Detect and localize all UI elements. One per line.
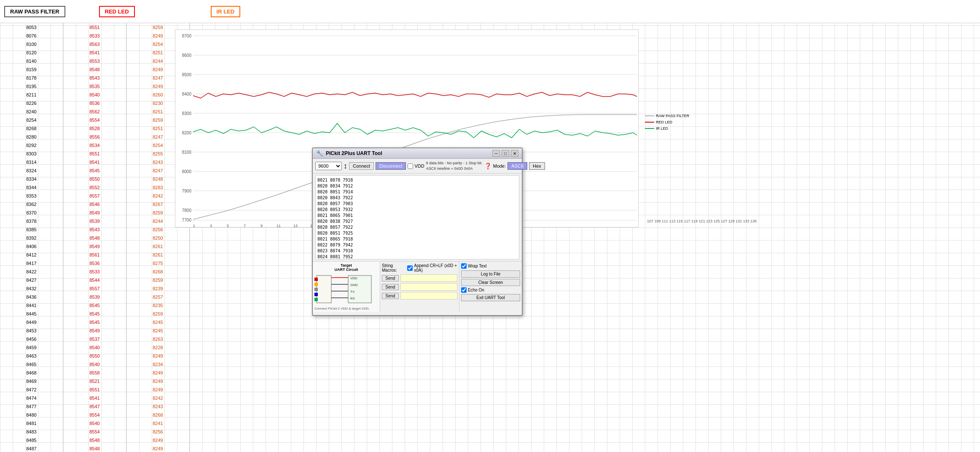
echo-on-label[interactable]: Echo On (461, 287, 520, 293)
dialog-window-controls[interactable]: ─ □ ✕ (492, 150, 518, 157)
raw-data-column: 8053807681008120814081598178819582118226… (0, 23, 63, 452)
svg-text:3: 3 (210, 224, 212, 228)
send-btn-3[interactable]: Send (382, 293, 399, 299)
svg-text:8700: 8700 (182, 34, 192, 38)
send-btn-1[interactable]: Send (382, 275, 399, 281)
raw-data-value: 8140 (0, 57, 63, 65)
ir-led-header: IR LED (211, 6, 241, 17)
refresh-icon[interactable]: ↕ (344, 162, 347, 171)
ir-data-value: 8259 (126, 310, 189, 318)
clear-screen-button[interactable]: Clear Screen (461, 279, 520, 286)
macro-input-2[interactable] (400, 283, 457, 291)
maximize-button[interactable]: □ (502, 150, 509, 157)
dialog-title: 🔧 PICkit 2Plus UART Tool (316, 150, 382, 157)
red-data-value: 8521 (63, 377, 126, 385)
svg-text:7: 7 (244, 224, 246, 228)
wrap-text-label[interactable]: Wrap Text (461, 263, 520, 269)
raw-data-value: 8378 (0, 217, 63, 225)
ir-data-value: 8245 (126, 318, 189, 326)
baud-rate-select[interactable]: 9600 19200 38400 57600 115200 (315, 162, 342, 170)
vdd-checkbox-label[interactable]: VDD (408, 163, 424, 169)
ir-legend-label: IR LED (656, 126, 668, 131)
raw-data-value: 8370 (0, 209, 63, 217)
send-btn-2[interactable]: Send (382, 284, 399, 290)
ir-data-value: 8257 (126, 293, 189, 301)
log-to-file-button[interactable]: Log to File (461, 270, 520, 278)
raw-data-value: 8280 (0, 133, 63, 141)
output-row: 8020 8057 7903 (317, 201, 517, 207)
red-legend-item: RED LED (645, 120, 689, 124)
raw-data-value: 8211 (0, 91, 63, 99)
red-data-value: 8533 (63, 267, 126, 276)
red-data-value: 8552 (63, 183, 126, 192)
circuit-note: Connect PICkit 2 VDD & target VDD. (314, 307, 378, 310)
macro-input-1[interactable] (400, 274, 457, 282)
echo-on-checkbox[interactable] (461, 287, 467, 293)
red-data-value: 8528 (63, 124, 126, 133)
raw-data-value: 8449 (0, 318, 63, 326)
output-row: 8021 8078 7918 (317, 177, 517, 183)
raw-data-value: 8427 (0, 276, 63, 284)
red-data-value: 8551 (63, 150, 126, 158)
ascii-mode-button[interactable]: ASCII (507, 162, 527, 170)
svg-text:7700: 7700 (182, 218, 192, 222)
vdd-checkbox[interactable] (408, 163, 413, 169)
red-data-value: 8551 (63, 23, 126, 32)
disconnect-button[interactable]: Disconnect (376, 162, 406, 170)
red-data-value: 8556 (63, 133, 126, 141)
raw-data-value: 8385 (0, 225, 63, 234)
uart-output[interactable]: 8021 8078 79188020 8034 79128020 8051 79… (315, 175, 519, 259)
red-data-value: 8562 (63, 107, 126, 116)
red-data-value: 8551 (63, 385, 126, 394)
macro-input-3[interactable] (400, 292, 457, 300)
red-data-value: 8554 (63, 428, 126, 436)
raw-data-value: 8159 (0, 65, 63, 74)
red-data-value: 8534 (63, 141, 126, 150)
svg-text:8200: 8200 (182, 131, 192, 135)
vdd-label-text: VDD (414, 163, 424, 168)
ir-legend-item: IR LED (645, 126, 689, 131)
red-data-value: 8537 (63, 335, 126, 343)
hex-mode-button[interactable]: Hex (529, 162, 545, 170)
ir-data-value: 8241 (126, 419, 189, 428)
raw-data-value: 8474 (0, 394, 63, 402)
output-row: 8020 8051 7914 (317, 189, 517, 195)
red-data-value: 8544 (63, 276, 126, 284)
raw-data-value: 8226 (0, 99, 63, 107)
output-row: 8021 8065 7901 (317, 213, 517, 219)
red-data-value: 8541 (63, 394, 126, 402)
svg-text:11: 11 (277, 224, 281, 228)
wrap-text-checkbox[interactable] (461, 263, 467, 269)
append-crlf-text: Append CR+LF (x0D + x0A) (414, 263, 457, 273)
append-crlf-checkbox[interactable] (407, 265, 413, 271)
ir-data-value: 8249 (126, 436, 189, 444)
svg-text:8000: 8000 (182, 169, 192, 174)
raw-data-value: 8487 (0, 444, 63, 452)
red-data-value: 8549 (63, 209, 126, 217)
raw-filter-header: RAW PASS FILTER (4, 6, 65, 17)
raw-legend-item: RAW PASS FILTER (645, 114, 689, 118)
svg-text:8400: 8400 (182, 92, 192, 96)
red-data-value: 8540 (63, 360, 126, 369)
output-row: 8023 8074 7910 (317, 248, 517, 254)
red-data-value: 8540 (63, 343, 126, 352)
raw-data-value: 8436 (0, 293, 63, 301)
append-crlf-label[interactable]: Append CR+LF (x0D + x0A) (407, 263, 457, 273)
minimize-button[interactable]: ─ (492, 150, 500, 157)
exit-uart-button[interactable]: Exit UART Tool (461, 294, 520, 301)
svg-text:5: 5 (227, 224, 229, 228)
raw-data-value: 8456 (0, 335, 63, 343)
macros-section: String Macros: Append CR+LF (x0D + x0A) … (380, 262, 459, 312)
red-data-value: 8541 (63, 48, 126, 57)
output-row: 8020 8053 7932 (317, 207, 517, 213)
close-button[interactable]: ✕ (511, 150, 518, 157)
red-data-value: 8547 (63, 402, 126, 411)
raw-data-value: 8178 (0, 74, 63, 82)
connect-button[interactable]: Connect (349, 162, 374, 170)
ir-data-value: 8234 (126, 360, 189, 369)
red-data-value: 8541 (63, 158, 126, 166)
help-icon[interactable]: ❓ (484, 163, 491, 169)
svg-rect-47 (314, 298, 318, 301)
raw-data-value: 8459 (0, 343, 63, 352)
raw-data-value: 8353 (0, 192, 63, 200)
